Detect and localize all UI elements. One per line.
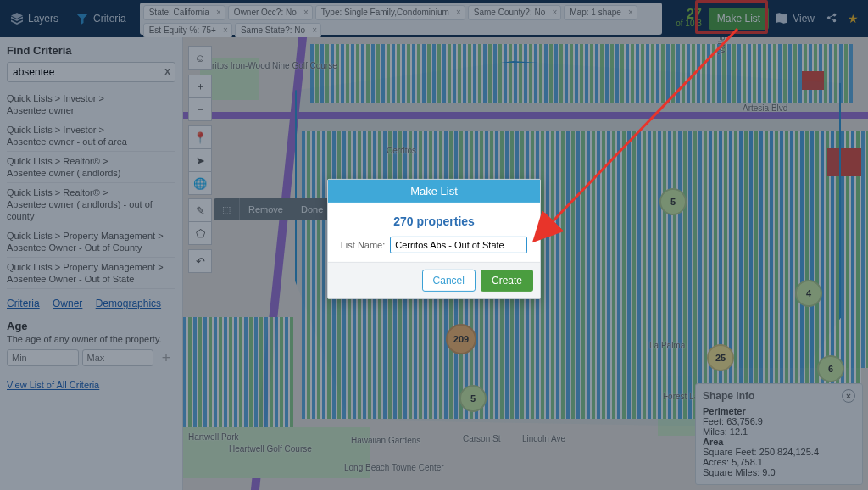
modal-title: Make List (328, 180, 540, 203)
make-list-modal: Make List 270 properties List Name: Canc… (327, 179, 541, 299)
list-name-input[interactable] (390, 237, 527, 253)
cancel-button[interactable]: Cancel (422, 270, 476, 292)
create-button[interactable]: Create (481, 270, 533, 292)
modal-property-count: 270 properties (338, 214, 530, 228)
list-name-label: List Name: (341, 240, 386, 250)
